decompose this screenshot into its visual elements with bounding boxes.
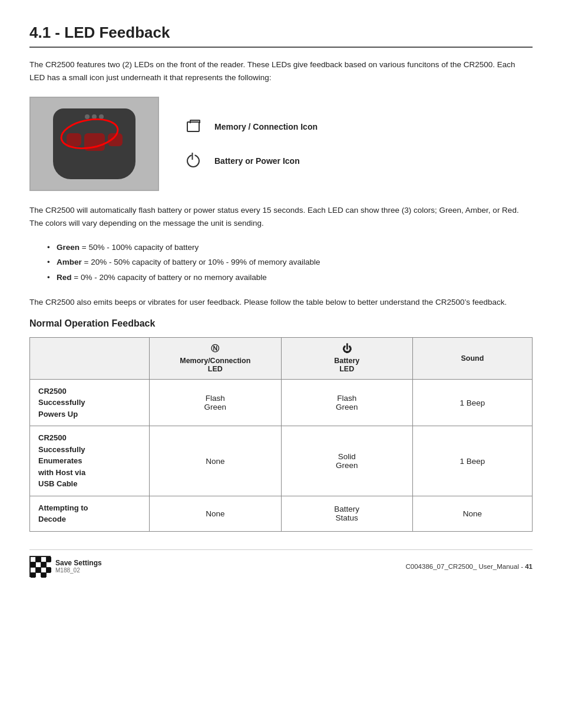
memory-shape: [187, 121, 200, 132]
footer-left: Save Settings M188_02: [29, 556, 102, 577]
footer-sub-label: M188_02: [55, 567, 102, 574]
lc1: [31, 557, 35, 562]
lc2: [36, 557, 41, 562]
footer-logo-icon: [29, 556, 51, 577]
row1-sound: 1 Beep: [412, 379, 532, 426]
lc7: [41, 562, 46, 567]
list-item-red: Red = 0% - 20% capacity of battery or no…: [47, 270, 533, 285]
list-item-green: Green = 50% - 100% capacity of battery: [47, 240, 533, 255]
lc16: [47, 573, 51, 578]
lc12: [47, 568, 51, 572]
list-item-amber: Amber = 20% - 50% capacity of battery or…: [47, 255, 533, 270]
table-row-powers-up: CR2500SuccessfullyPowers Up FlashGreen F…: [30, 379, 533, 426]
memory-led-th-label: Memory/ConnectionLED: [180, 357, 250, 373]
row2-battery-led: SolidGreen: [281, 426, 412, 496]
memory-led-th-icon: Ⓝ: [211, 344, 219, 354]
footer-right: C004386_07_CR2500_ User_Manual - 41: [406, 563, 533, 570]
th-memory-led: Ⓝ Memory/ConnectionLED: [150, 337, 281, 379]
row3-sound: None: [412, 496, 532, 531]
battery-led-th-label: BatteryLED: [334, 357, 359, 373]
footer-doc-ref: C004386_07_CR2500_ User_Manual: [406, 563, 519, 570]
body-paragraph-1: The CR2500 will automatically flash batt…: [29, 204, 533, 230]
lc9: [31, 568, 35, 572]
device-image: [29, 97, 159, 191]
row3-memory-led: None: [150, 496, 281, 531]
table-header-row: Ⓝ Memory/ConnectionLED ⏻ BatteryLED Soun…: [30, 337, 533, 379]
page-footer: Save Settings M188_02 C004386_07_CR2500_…: [29, 549, 533, 577]
page-title: 4.1 - LED Feedback: [29, 24, 533, 42]
intro-paragraph-1: The CR2500 features two (2) LEDs on the …: [29, 58, 533, 84]
lc14: [36, 573, 41, 578]
lc4: [47, 557, 51, 562]
section-heading-normal-operation: Normal Operation Feedback: [29, 318, 533, 329]
battery-icon-label: Battery or Power Icon: [214, 156, 300, 166]
bullet-list: Green = 50% - 100% capacity of battery A…: [29, 240, 533, 285]
lc11: [41, 568, 46, 572]
lc6: [36, 562, 41, 567]
th-empty: [30, 337, 150, 379]
footer-label-block: Save Settings M188_02: [55, 559, 102, 574]
th-sound: Sound: [412, 337, 532, 379]
lc15: [41, 573, 46, 578]
table-row-enumerates: CR2500SuccessfullyEnumerateswith Host vi…: [30, 426, 533, 496]
memory-icon-label: Memory / Connection Icon: [214, 122, 318, 131]
bullet-amber-bold: Amber: [57, 258, 82, 266]
row2-label: CR2500SuccessfullyEnumerateswith Host vi…: [30, 426, 150, 496]
row1-label: CR2500SuccessfullyPowers Up: [30, 379, 150, 426]
feedback-table: Ⓝ Memory/ConnectionLED ⏻ BatteryLED Soun…: [29, 337, 533, 532]
battery-power-icon: [183, 150, 204, 172]
row3-battery-led: BatteryStatus: [281, 496, 412, 531]
row2-sound: 1 Beep: [412, 426, 532, 496]
battery-icon-row: Battery or Power Icon: [183, 150, 318, 172]
row1-memory-led: FlashGreen: [150, 379, 281, 426]
bullet-red-text: = 0% - 20% capacity of battery or no mem…: [72, 273, 267, 282]
bullet-amber-text: = 20% - 50% capacity of battery or 10% -…: [82, 258, 320, 266]
power-shape: [187, 154, 200, 167]
th-battery-led: ⏻ BatteryLED: [281, 337, 412, 379]
lc8: [47, 562, 51, 567]
row1-battery-led: FlashGreen: [281, 379, 412, 426]
footer-page-num: 41: [525, 563, 533, 570]
device-section: Memory / Connection Icon Battery or Powe…: [29, 97, 533, 191]
footer-save-label: Save Settings: [55, 559, 102, 567]
memory-icon-row: Memory / Connection Icon: [183, 116, 318, 137]
body-paragraph-2: The CR2500 also emits beeps or vibrates …: [29, 296, 533, 309]
device-body: [53, 108, 135, 179]
icons-section: Memory / Connection Icon Battery or Powe…: [183, 116, 318, 172]
sound-th-label: Sound: [461, 354, 484, 363]
lc5: [31, 562, 35, 567]
lc13: [31, 573, 35, 578]
table-row-attempting-decode: Attempting toDecode None BatteryStatus N…: [30, 496, 533, 531]
row3-label: Attempting toDecode: [30, 496, 150, 531]
lc10: [36, 568, 41, 572]
lc3: [41, 557, 46, 562]
bullet-green-text: = 50% - 100% capacity of battery: [80, 243, 199, 252]
memory-connection-icon: [183, 116, 204, 137]
bullet-green-bold: Green: [57, 243, 80, 252]
bullet-red-bold: Red: [57, 273, 72, 282]
battery-led-th-icon: ⏻: [342, 344, 352, 354]
row2-memory-led: None: [150, 426, 281, 496]
